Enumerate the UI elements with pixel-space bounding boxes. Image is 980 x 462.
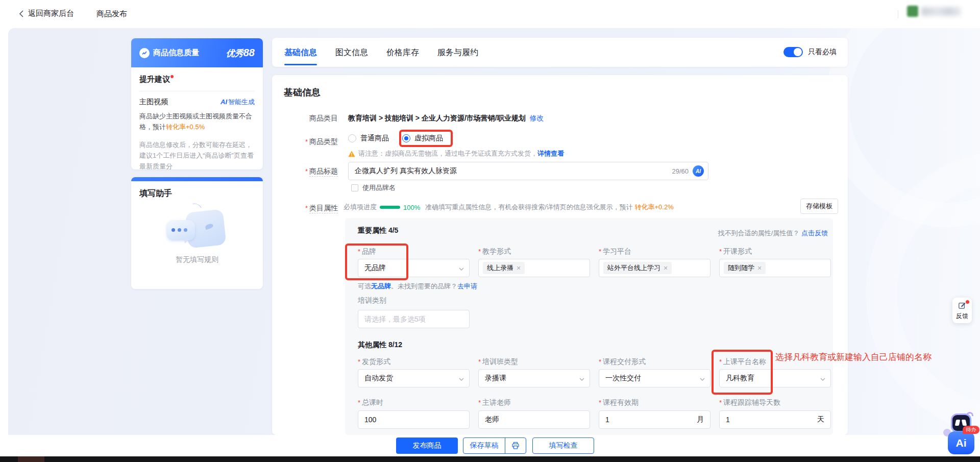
training-category-label: 培训类别 [358, 296, 386, 305]
remove-tag-icon[interactable]: × [664, 264, 668, 272]
divider [139, 91, 255, 91]
assistant-title: 填写助手 [139, 188, 172, 199]
tab-bar-card: 基础信息 图文信息 价格库存 服务与履约 只看必填 [272, 38, 848, 67]
remove-tag-icon[interactable]: × [757, 264, 762, 272]
training-category-input[interactable] [364, 315, 463, 323]
feedback-label: 反馈 [952, 312, 972, 321]
unit-suffix: 月 [697, 415, 704, 424]
red-annotation-text: 选择凡科教育或新建输入自己店铺的名称 [775, 351, 932, 363]
remove-tag-icon[interactable]: × [517, 264, 521, 272]
fill-check-button[interactable]: 填写检查 [532, 437, 594, 454]
radio-virtual-product[interactable] [402, 134, 410, 142]
topbar-divider [898, 10, 898, 18]
product-title-input[interactable] [355, 167, 672, 175]
product-title-field: 29/60 AI [348, 162, 708, 180]
total-hours-field [358, 410, 470, 429]
chevron-down-icon [459, 263, 464, 273]
bottom-black-bar [0, 456, 980, 462]
progress-percent: 100% [403, 204, 420, 211]
validity-label: *课程有效期 [599, 398, 639, 407]
radio-virtual-label[interactable]: 虚拟商品 [414, 134, 443, 143]
tutoring-days-input[interactable] [726, 416, 817, 424]
tab-service[interactable]: 服务与履约 [437, 38, 478, 67]
total-hours-label: *总课时 [358, 398, 383, 407]
platform-name-label: *上课平台名称 [719, 357, 766, 367]
apply-brand-link[interactable]: 去申请 [457, 282, 477, 290]
todo-badge: 待办 [963, 426, 979, 434]
tab-price-stock[interactable]: 价格库存 [386, 38, 419, 67]
chat-bubbles-illustration [166, 207, 228, 253]
warning-detail-link[interactable]: 详情查看 [537, 150, 564, 157]
category-value: 教育培训 > 技能培训 > 企业人力资源/市场营销/职业规划 修改 [348, 114, 544, 123]
tutoring-days-label: *课程跟踪辅导天数 [719, 398, 780, 407]
teacher-field [478, 410, 590, 429]
warning-icon [348, 151, 355, 157]
form-section-heading: 基础信息 [284, 86, 321, 99]
page-title: 商品发布 [96, 9, 127, 19]
top-bar: 返回商家后台 商品发布 [0, 0, 980, 28]
learning-platform-label: *学习平台 [599, 247, 631, 256]
brand-select[interactable]: 无品牌 [358, 259, 470, 277]
avatar[interactable] [907, 6, 918, 17]
char-counter: 29/60 [672, 167, 689, 175]
radio-normal-label[interactable]: 普通商品 [360, 134, 389, 143]
save-template-button[interactable]: 存储模板 [800, 199, 838, 214]
ai-badge-icon[interactable]: AI [693, 165, 704, 177]
fill-assistant-card: 填写助手 暂无填写规则 [131, 177, 263, 289]
publish-button[interactable]: 发布商品 [396, 437, 458, 454]
unit-suffix: 天 [817, 415, 824, 424]
teaching-form-label: *教学形式 [478, 247, 511, 256]
course-start-label: *开课形式 [719, 247, 752, 256]
teaching-form-select[interactable]: 线上录播× [478, 259, 590, 277]
radio-normal-product[interactable] [348, 134, 356, 142]
tab-image-text[interactable]: 图文信息 [335, 38, 368, 67]
delivery-form-select[interactable]: 自动发货 [358, 369, 470, 387]
quality-card-header: 商品信息质量 优秀88 [131, 38, 263, 67]
no-rules-hint: 暂无填写规则 [131, 255, 263, 264]
use-brand-label: 使用品牌名 [362, 183, 396, 192]
attr-feedback-link[interactable]: 点击反馈 [801, 229, 828, 237]
suggestion-description: 商品缺少主图视频或主图视频质量不合格，预计转化率+0.5% [139, 111, 255, 132]
teacher-input[interactable] [485, 416, 583, 424]
robot-body: Ai [948, 431, 974, 454]
print-icon[interactable] [505, 438, 526, 453]
platform-name-select[interactable]: 凡科教育 [719, 369, 831, 387]
edit-icon [958, 301, 966, 311]
course-delivery-label: *课程交付形式 [599, 357, 646, 367]
back-button[interactable]: 返回商家后台 [19, 9, 74, 18]
class-type-select[interactable]: 录播课 [478, 369, 590, 387]
feedback-float-button[interactable]: 反馈 [952, 298, 972, 323]
account-name-blurred[interactable] [921, 7, 961, 16]
validity-input[interactable] [605, 416, 697, 424]
attr-feedback-line: 找不到合适的属性/属性值？ 点击反馈 [718, 229, 828, 238]
attrs-description: 准确填写重点属性信息，有机会获得搜索/详情页的信息强化展示，预计 转化率+0.2… [425, 203, 673, 212]
quality-card-title: 商品信息质量 [153, 48, 199, 58]
training-category-field [358, 310, 470, 328]
virtual-warning: 请注意：虚拟商品无需物流，通过电子凭证或直充方式发货，详情查看 [348, 149, 564, 158]
category-attrs-panel: 重要属性 4/5 找不到合适的属性/属性值？ 点击反馈 *品牌 *教学形式 *学… [345, 218, 833, 435]
save-draft-label[interactable]: 保存草稿 [463, 438, 505, 453]
validity-field: 月 [599, 410, 710, 429]
total-hours-input[interactable] [364, 416, 463, 424]
course-delivery-select[interactable]: 一次性交付 [599, 369, 710, 387]
course-start-select[interactable]: 随到随学× [719, 259, 831, 277]
save-draft-button[interactable]: 保存草稿 [463, 437, 526, 454]
learning-platform-select[interactable]: 站外平台线上学习× [599, 259, 710, 277]
category-attrs-label: *类目属性 [272, 204, 338, 213]
delivery-form-label: *发货形式 [358, 357, 390, 367]
ai-generate-link[interactable]: AI智能生成 [220, 98, 255, 107]
product-type-label: *商品类型 [272, 137, 338, 147]
required-only-toggle[interactable] [783, 47, 803, 57]
trend-icon [139, 48, 150, 58]
tab-basic-info[interactable]: 基础信息 [284, 38, 317, 67]
ai-assistant-robot[interactable]: Ai 待办 [942, 411, 980, 454]
quality-score-card: 商品信息质量 优秀88 提升建议 主图视频 AI智能生成 商品缺少主图视频或主图… [131, 38, 263, 169]
category-label: 商品类目 [272, 114, 338, 123]
category-edit-link[interactable]: 修改 [529, 114, 544, 122]
suggestion-section-title: 提升建议 [139, 75, 255, 84]
required-only-label: 只看必填 [808, 47, 837, 57]
quality-disclaimer: 商品信息修改后，分数可能存在延迟，建议1个工作日后进入“商品诊断”页查看最新质量… [139, 139, 255, 172]
card-accent-strip [131, 177, 263, 181]
use-brand-checkbox[interactable] [351, 184, 358, 191]
bottom-action-bar: 发布商品 保存草稿 填写检查 [0, 435, 980, 456]
